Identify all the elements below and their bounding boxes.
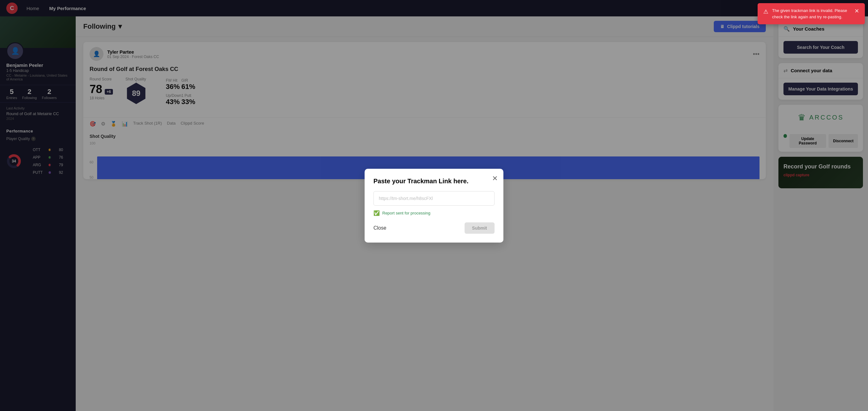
toast-warning-icon: ⚠ (763, 8, 768, 15)
trackman-modal: Paste your Trackman Link here. ✕ ✅ Repor… (365, 169, 503, 243)
modal-success-text: Report sent for processing (382, 211, 430, 215)
modal-close-x-button[interactable]: ✕ (492, 175, 498, 183)
toast-close-button[interactable]: ✕ (855, 7, 859, 14)
trackman-link-input[interactable] (373, 191, 495, 205)
modal-overlay[interactable]: Paste your Trackman Link here. ✕ ✅ Repor… (0, 0, 868, 411)
success-check-icon: ✅ (373, 210, 380, 216)
modal-close-button[interactable]: Close (373, 225, 386, 231)
modal-submit-button[interactable]: Submit (465, 222, 495, 234)
toast-message: The given trackman link is invalid. Plea… (772, 7, 851, 20)
modal-actions: Close Submit (373, 222, 495, 234)
modal-title: Paste your Trackman Link here. (373, 178, 495, 185)
error-toast: ⚠ The given trackman link is invalid. Pl… (757, 3, 865, 24)
modal-success-message: ✅ Report sent for processing (373, 210, 495, 216)
